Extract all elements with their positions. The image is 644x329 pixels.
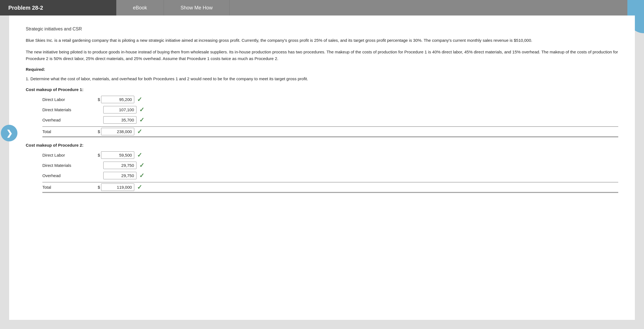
- procedure1-table: Direct Labor $ ✓ Direct Materials ✓ Over…: [42, 96, 618, 137]
- proc1-direct-labor-label: Direct Labor: [42, 97, 98, 102]
- proc2-direct-materials-row: Direct Materials ✓: [42, 162, 618, 169]
- proc1-direct-materials-label: Direct Materials: [42, 107, 98, 112]
- proc2-direct-labor-prefix: $: [98, 153, 100, 157]
- proc2-total-check: ✓: [137, 184, 142, 191]
- proc1-direct-labor-row: Direct Labor $ ✓: [42, 96, 618, 103]
- proc1-direct-labor-prefix: $: [98, 97, 100, 102]
- required-label: Required:: [26, 67, 618, 72]
- page-wrapper: Problem 28-2 eBook Show Me How ❯ Strateg…: [0, 0, 644, 329]
- tab-ebook[interactable]: eBook: [116, 0, 164, 15]
- proc1-overhead-check: ✓: [139, 116, 144, 124]
- proc1-direct-labor-check: ✓: [137, 96, 142, 103]
- proc2-direct-labor-input[interactable]: [101, 151, 134, 159]
- top-bar: Problem 28-2 eBook Show Me How: [0, 0, 644, 15]
- proc1-overhead-row: Overhead ✓: [42, 116, 618, 124]
- proc2-overhead-label: Overhead: [42, 173, 98, 178]
- proc2-total-label: Total: [42, 185, 98, 190]
- arrow-right-icon: ❯: [6, 129, 12, 138]
- proc2-direct-labor-row: Direct Labor $ ✓: [42, 151, 618, 159]
- nav-arrow-button[interactable]: ❯: [1, 125, 17, 141]
- proc2-direct-materials-input[interactable]: [103, 162, 136, 169]
- proc1-direct-materials-check: ✓: [139, 106, 144, 113]
- proc2-direct-materials-label: Direct Materials: [42, 163, 98, 168]
- top-bar-tabs: eBook Show Me How: [116, 0, 644, 15]
- proc1-total-row: Total $ ✓: [42, 126, 618, 137]
- top-bar-spacer: [230, 0, 644, 15]
- proc1-total-input[interactable]: [101, 128, 134, 135]
- paragraph-2: The new initiative being piloted is to p…: [26, 49, 618, 62]
- main-content: ❯ Strategic initiatives and CSR Blue Ski…: [9, 15, 635, 320]
- proc2-direct-labor-label: Direct Labor: [42, 153, 98, 157]
- proc2-total-prefix: $: [98, 185, 100, 190]
- tab-show-me-how[interactable]: Show Me How: [164, 0, 230, 15]
- proc2-direct-labor-check: ✓: [137, 152, 142, 159]
- proc2-overhead-check: ✓: [139, 172, 144, 179]
- procedure1-heading: Cost makeup of Procedure 1:: [26, 87, 618, 92]
- proc2-overhead-row: Overhead ✓: [42, 172, 618, 179]
- problem-title: Problem 28-2: [0, 0, 116, 15]
- proc2-direct-materials-check: ✓: [139, 162, 144, 169]
- proc1-overhead-input[interactable]: [103, 116, 136, 124]
- question-text: 1. Determine what the cost of labor, mat…: [26, 76, 618, 82]
- section-title: Strategic initiatives and CSR: [26, 27, 618, 32]
- proc2-total-row: Total $ ✓: [42, 182, 618, 193]
- proc2-total-input[interactable]: [101, 183, 134, 191]
- proc1-direct-materials-input[interactable]: [103, 106, 136, 113]
- paragraph-1: Blue Skies Inc. is a retail gardening co…: [26, 37, 618, 44]
- proc1-total-check: ✓: [137, 128, 142, 135]
- procedure2-heading: Cost makeup of Procedure 2:: [26, 143, 618, 147]
- proc1-total-label: Total: [42, 129, 98, 134]
- proc2-overhead-input[interactable]: [103, 172, 136, 179]
- proc1-total-prefix: $: [98, 129, 100, 134]
- proc1-overhead-label: Overhead: [42, 118, 98, 122]
- procedure2-table: Direct Labor $ ✓ Direct Materials ✓ Over…: [42, 151, 618, 193]
- proc1-direct-labor-input[interactable]: [101, 96, 134, 103]
- proc1-direct-materials-row: Direct Materials ✓: [42, 106, 618, 113]
